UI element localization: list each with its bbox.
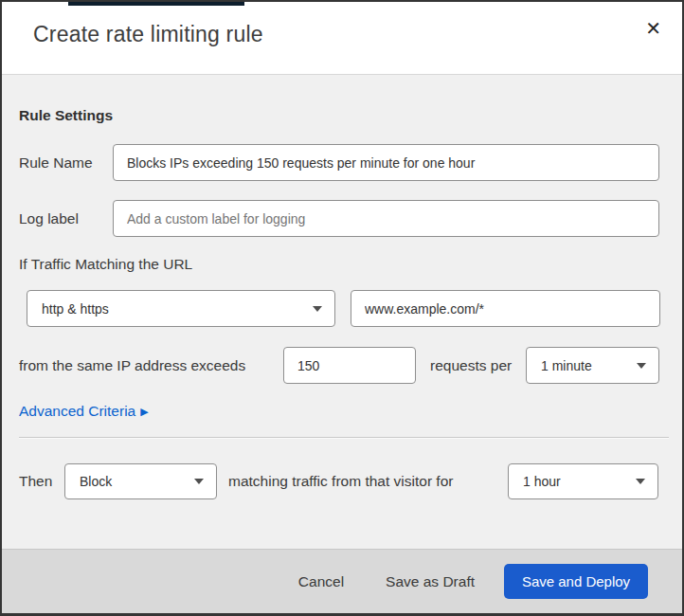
chevron-down-icon <box>636 479 645 484</box>
log-label-input[interactable] <box>113 200 659 237</box>
request-count-input[interactable] <box>283 347 416 384</box>
period-dropdown[interactable]: 1 minute <box>526 347 659 384</box>
rule-name-input[interactable] <box>113 144 659 181</box>
advanced-criteria-label: Advanced Criteria <box>19 403 135 420</box>
close-icon[interactable]: ✕ <box>641 15 665 42</box>
action-dropdown-value: Block <box>80 474 112 489</box>
save-as-draft-button[interactable]: Save as Draft <box>386 573 475 590</box>
scheme-dropdown[interactable]: http & https <box>27 290 335 327</box>
traffic-match-intro: If Traffic Matching the URL <box>19 256 192 273</box>
scheme-dropdown-value: http & https <box>42 301 109 317</box>
action-dropdown[interactable]: Block <box>64 463 217 499</box>
log-label-label: Log label <box>19 210 79 227</box>
dialog-header: Create rate limiting rule ✕ <box>2 2 682 75</box>
duration-dropdown-value: 1 hour <box>523 474 561 489</box>
rule-settings-heading: Rule Settings <box>19 107 113 124</box>
save-and-deploy-button[interactable]: Save and Deploy <box>504 564 648 599</box>
triangle-right-icon: ▶ <box>140 406 148 418</box>
background-page-strip <box>68 2 244 6</box>
period-dropdown-value: 1 minute <box>541 358 592 373</box>
dialog-title: Create rate limiting rule <box>33 22 263 47</box>
chevron-down-icon <box>637 363 646 369</box>
then-label: Then <box>19 473 52 490</box>
requests-per-text: requests per <box>430 357 512 374</box>
duration-dropdown[interactable]: 1 hour <box>508 463 658 499</box>
advanced-criteria-link[interactable]: Advanced Criteria ▶ <box>19 403 149 420</box>
chevron-down-icon <box>194 479 204 484</box>
exceeds-text: from the same IP address exceeds <box>19 357 245 374</box>
section-divider <box>19 437 669 439</box>
rule-name-label: Rule Name <box>19 154 93 172</box>
cancel-button[interactable]: Cancel <box>298 573 344 590</box>
chevron-down-icon <box>313 306 322 312</box>
url-pattern-input[interactable] <box>351 290 660 327</box>
then-middle-text: matching traffic from that visitor for <box>228 473 453 490</box>
dialog-footer: Cancel Save as Draft Save and Deploy <box>2 549 682 613</box>
create-rate-limiting-rule-dialog: Create rate limiting rule ✕ Rule Setting… <box>0 0 684 616</box>
